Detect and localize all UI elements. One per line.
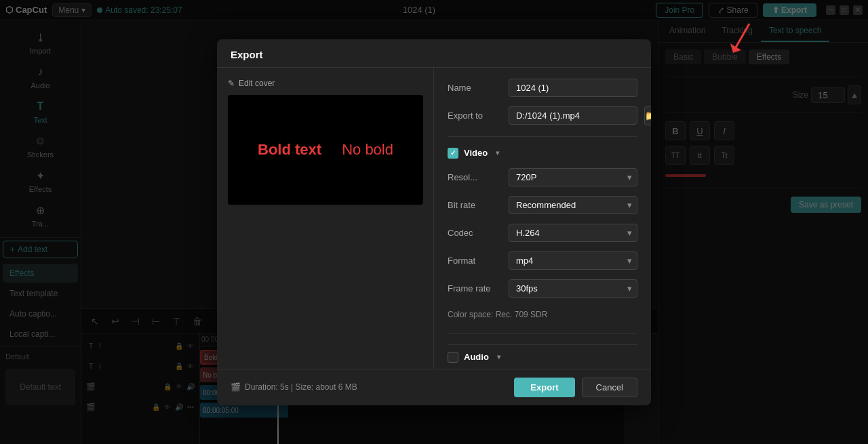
framerate-select[interactable]: 30fps 24fps 60fps	[509, 279, 637, 298]
codec-select[interactable]: H.264 H.265	[509, 224, 637, 242]
name-setting-row: Name	[448, 79, 637, 97]
name-input[interactable]	[509, 79, 637, 97]
framerate-select-wrapper: 30fps 24fps 60fps	[509, 279, 637, 298]
preview-normal-text: No bold	[342, 141, 393, 159]
codec-label: Codec	[448, 228, 502, 238]
cancel-modal-button[interactable]: Cancel	[582, 378, 637, 397]
modal-settings-section: Name Export to 📁 ✓ Video ▾	[434, 68, 651, 369]
edit-cover-pencil-icon: ✎	[228, 79, 235, 88]
export-to-label: Export to	[448, 110, 502, 121]
footer-buttons: Export Cancel	[514, 378, 637, 397]
footer-info: 🎬 Duration: 5s | Size: about 6 MB	[231, 382, 357, 392]
export-modal: Export ✎ Edit cover Bold text No bold Na…	[217, 39, 651, 405]
resolution-label: Resol...	[448, 172, 502, 182]
format-setting-row: Format mp4 mov	[448, 251, 637, 270]
duration-size-text: Duration: 5s | Size: about 6 MB	[245, 382, 357, 392]
video-section-header: ✓ Video ▾	[448, 148, 637, 159]
preview-bold-text: Bold text	[258, 141, 321, 159]
footer-film-icon: 🎬	[231, 382, 241, 392]
bitrate-setting-row: Bit rate Recommended Low High	[448, 196, 637, 214]
audio-section-header: Audio ▾	[448, 344, 637, 363]
video-label: Video	[464, 148, 488, 158]
audio-label: Audio	[464, 352, 489, 362]
folder-browse-button[interactable]: 📁	[644, 106, 651, 125]
framerate-label: Frame rate	[448, 283, 502, 294]
bitrate-label: Bit rate	[448, 200, 502, 210]
export-to-setting-row: Export to 📁	[448, 106, 637, 125]
name-label: Name	[448, 83, 502, 93]
folder-icon: 📁	[645, 110, 651, 121]
format-label: Format	[448, 256, 502, 266]
modal-body: ✎ Edit cover Bold text No bold Name Expo…	[217, 68, 651, 369]
preview-canvas: Bold text No bold	[228, 95, 423, 205]
format-select-wrapper: mp4 mov	[509, 251, 637, 270]
codec-select-wrapper: H.264 H.265	[509, 224, 637, 242]
modal-footer: 🎬 Duration: 5s | Size: about 6 MB Export…	[217, 369, 651, 405]
color-space-text: Color space: Rec. 709 SDR	[448, 307, 637, 322]
edit-cover-button[interactable]: ✎ Edit cover	[228, 79, 422, 88]
video-checkbox[interactable]: ✓	[448, 148, 458, 159]
codec-setting-row: Codec H.264 H.265	[448, 224, 637, 242]
resolution-select[interactable]: 720P 1080P 4K	[509, 168, 637, 186]
format-select[interactable]: mp4 mov	[509, 251, 637, 270]
export-modal-button[interactable]: Export	[514, 378, 574, 397]
video-settings-chevron-icon: ▾	[496, 149, 499, 157]
edit-cover-label: Edit cover	[239, 79, 275, 88]
bitrate-select[interactable]: Recommended Low High	[509, 196, 637, 214]
resolution-select-wrapper: 720P 1080P 4K	[509, 168, 637, 186]
modal-section-divider-2	[448, 333, 637, 334]
export-modal-overlay: Export ✎ Edit cover Bold text No bold Na…	[0, 0, 868, 444]
export-path-input[interactable]	[509, 106, 637, 125]
audio-checkbox[interactable]	[448, 352, 458, 363]
resolution-setting-row: Resol... 720P 1080P 4K	[448, 168, 637, 186]
bitrate-select-wrapper: Recommended Low High	[509, 196, 637, 214]
modal-header: Export	[217, 39, 651, 68]
modal-section-divider-1	[448, 136, 637, 137]
audio-chevron-icon: ▾	[497, 353, 500, 361]
framerate-setting-row: Frame rate 30fps 24fps 60fps	[448, 279, 637, 298]
modal-preview-section: ✎ Edit cover Bold text No bold	[217, 68, 434, 369]
